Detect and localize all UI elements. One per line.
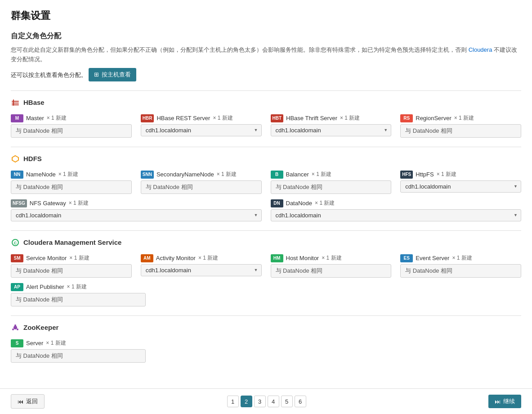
continue-button[interactable]: ⏭ 继续 [488,395,521,399]
back-icon: ⏮ [18,398,23,399]
view-by-host-row: 还可以按主机查看角色分配。 ⊞ 按主机查看 [11,68,521,81]
role-hbt-header: HBT HBase Thrift Server × 1 新建 [271,114,392,122]
badge-nn: NN [11,171,23,179]
svg-rect-3 [13,99,14,106]
badge-sm: SM [11,254,23,262]
role-snn-same: 与 DataNode 相同 [141,180,262,194]
badge-snn: SNN [141,171,154,179]
page-btn-2[interactable]: 2 [241,396,252,399]
nfsg-host-select-wrapper: cdh1.localdomain [11,209,262,221]
svg-point-8 [14,324,16,326]
nfsg-host-select[interactable]: cdh1.localdomain [11,209,262,221]
role-b-header: B Balancer × 1 新建 [271,171,392,179]
hfs-host-select[interactable]: cdh1.localdomain [400,180,521,193]
role-hbr: HBR HBase REST Server × 1 新建 cdh1.locald… [141,114,262,138]
badge-rs: RS [400,114,413,122]
role-hfs-count: × 1 新建 [437,171,456,178]
role-hm: HM Host Monitor × 1 新建 与 DataNode 相同 [271,254,392,278]
dn-host-select-wrapper: cdh1.localdomain [271,209,522,221]
role-snn-header: SNN SecondaryNameNode × 1 新建 [141,171,262,179]
role-hm-header: HM Host Monitor × 1 新建 [271,254,392,262]
role-master-header: M Master × 1 新建 [11,114,132,122]
role-am-count: × 1 新建 [198,254,218,262]
hbase-section: HBase M Master × 1 新建 与 DataNode 相同 HBR … [11,98,521,138]
role-hm-same: 与 DataNode 相同 [271,264,392,278]
badge-hbt: HBT [271,114,284,122]
role-master-count: × 1 新建 [47,114,67,122]
role-sm: SM Service Monitor × 1 新建 与 DataNode 相同 [11,254,132,278]
back-button[interactable]: ⏮ 返回 [11,394,45,399]
badge-hbr: HBR [141,114,154,122]
role-b-label: Balancer [286,171,309,178]
badge-hfs: HFS [400,171,413,179]
role-b-count: × 1 新建 [312,171,331,178]
role-ap: AP Alert Publisher × 1 新建 与 DataNode 相同 [11,283,146,306]
hbase-icon [11,98,20,107]
role-nfsg: NFSG NFS Gateway × 1 新建 cdh1.localdomain [11,199,262,221]
role-es-label: Event Server [416,255,449,261]
cms-icon: C [11,238,20,247]
role-zk-server-header: S Server × 1 新建 [11,339,146,347]
page-btn-3[interactable]: 3 [254,396,266,399]
cms-name: Cloudera Management Service [23,238,121,246]
description-text: 您可在此处自定义新群集的角色分配，但如果分配不正确（例如，分配到某个主机上的角色… [11,45,521,64]
role-hbr-header: HBR HBase REST Server × 1 新建 [141,114,262,122]
am-host-select-wrapper: cdh1.localdomain [141,264,262,276]
hbr-host-select[interactable]: cdh1.localdomain [141,124,262,136]
role-hbr-label: HBase REST Server [156,115,210,122]
am-host-select[interactable]: cdh1.localdomain [141,264,262,276]
role-hfs-header: HFS HttpFS × 1 新建 [400,171,521,179]
zookeeper-header: ZooKeeper [11,323,521,334]
role-sm-same: 与 DataNode 相同 [11,264,132,278]
badge-es: ES [400,254,413,262]
svg-text:C: C [14,241,17,245]
role-sm-label: Service Monitor [26,255,67,261]
hbase-name: HBase [23,99,45,106]
role-dn: DN DataNode × 1 新建 cdh1.localdomain [271,199,522,221]
page-btn-6[interactable]: 6 [295,396,306,399]
view-host-btn-label: 按主机查看 [102,71,131,79]
badge-s: S [11,339,23,347]
role-hfs-label: HttpFS [416,171,434,178]
page-btn-5[interactable]: 5 [281,396,293,399]
page-btn-4[interactable]: 4 [268,396,279,399]
divider-zookeeper [11,315,521,316]
role-hbt-count: × 1 新建 [340,114,360,122]
role-dn-header: DN DataNode × 1 新建 [271,199,522,207]
hbr-host-select-wrapper: cdh1.localdomain [141,124,262,136]
zookeeper-name: ZooKeeper [23,324,58,331]
view-by-host-button[interactable]: ⊞ 按主机查看 [89,68,136,81]
badge-am: AM [141,254,153,262]
role-master-label: Master [26,115,44,122]
role-hm-label: Host Monitor [286,255,319,261]
role-sm-header: SM Service Monitor × 1 新建 [11,254,132,262]
view-host-prefix: 还可以按主机查看角色分配。 [11,71,87,78]
role-nfsg-header: NFSG NFS Gateway × 1 新建 [11,199,262,207]
dn-host-select[interactable]: cdh1.localdomain [271,209,522,221]
footer-bar: ⏮ 返回 1 2 3 4 5 6 ⏭ 继续 [0,388,532,399]
role-rs: RS RegionServer × 1 新建 与 DataNode 相同 [400,114,521,138]
role-ap-label: Alert Publisher [26,284,64,290]
role-dn-count: × 1 新建 [315,199,335,207]
hbt-host-select-wrapper: cdh1.localdomain [271,124,392,136]
role-nfsg-count: × 1 新建 [69,199,89,207]
divider-hdfs [11,147,521,147]
hdfs-header: HDFS [11,154,521,165]
role-nn-same: 与 DataNode 相同 [11,180,132,194]
hbt-host-select[interactable]: cdh1.localdomain [271,124,392,136]
page-title: 群集设置 [11,9,521,22]
hdfs-section: HDFS NN NameNode × 1 新建 与 DataNode 相同 SN… [11,154,521,221]
role-snn-count: × 1 新建 [217,171,237,178]
role-zk-server-same: 与 DataNode 相同 [11,349,146,363]
page-btn-1[interactable]: 1 [227,396,239,399]
role-hfs: HFS HttpFS × 1 新建 cdh1.localdomain [400,171,521,194]
svg-point-9 [17,328,18,330]
role-es-count: × 1 新建 [452,254,472,262]
cloudera-link[interactable]: Cloudera [469,46,492,53]
role-es-same: 与 DataNode 相同 [400,264,521,278]
hfs-host-select-wrapper: cdh1.localdomain [400,180,521,193]
role-ap-count: × 1 新建 [67,283,87,291]
badge-b: B [271,171,283,179]
cms-header: C Cloudera Management Service [11,238,521,249]
section-title-role: 自定义角色分配 [11,32,521,41]
